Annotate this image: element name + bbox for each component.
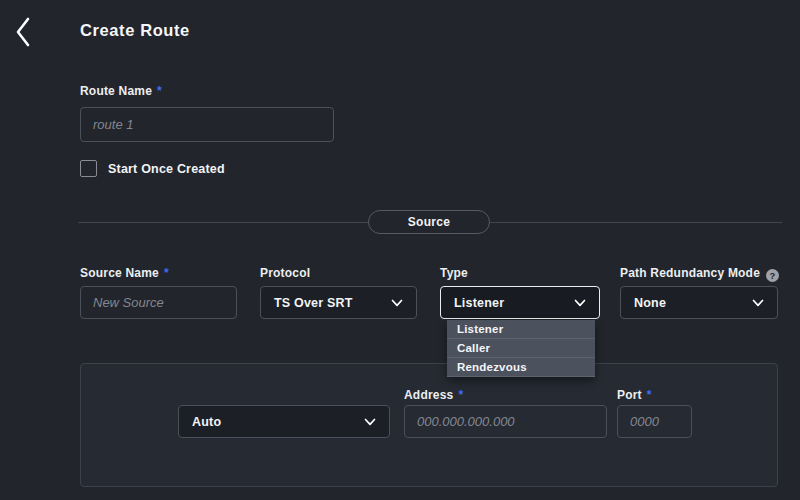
back-button[interactable] xyxy=(8,12,38,52)
port-label: Port* xyxy=(617,388,652,402)
protocol-select-value: TS Over SRT xyxy=(274,296,353,310)
address-input[interactable] xyxy=(404,405,607,438)
required-asterisk: * xyxy=(647,388,652,402)
chevron-left-icon xyxy=(13,16,33,48)
start-once-created-label: Start Once Created xyxy=(108,162,225,176)
chevron-down-icon xyxy=(752,299,764,307)
source-name-input[interactable] xyxy=(80,286,237,319)
network-interface-select-value: Auto xyxy=(192,415,221,429)
type-select-dropdown-menu: Listener Caller Rendezvous xyxy=(447,320,595,377)
port-input[interactable] xyxy=(617,405,692,438)
chevron-down-icon xyxy=(574,299,586,307)
protocol-select[interactable]: TS Over SRT xyxy=(260,286,417,319)
source-section-badge: Source xyxy=(368,210,490,234)
type-option-rendezvous[interactable]: Rendezvous xyxy=(447,358,595,377)
question-circle-icon[interactable]: ? xyxy=(766,269,779,282)
required-asterisk: * xyxy=(157,84,162,98)
route-name-label: Route Name* xyxy=(80,84,162,98)
type-label: Type xyxy=(440,266,468,280)
type-select[interactable]: Listener xyxy=(440,286,600,319)
path-redundancy-mode-select[interactable]: None xyxy=(620,286,778,319)
path-redundancy-mode-label: Path Redundancy Mode? xyxy=(620,266,779,282)
start-once-created-checkbox-row[interactable]: Start Once Created xyxy=(80,160,225,177)
start-once-created-checkbox[interactable] xyxy=(80,160,97,177)
network-interface-select[interactable]: Auto xyxy=(178,405,390,438)
page-title: Create Route xyxy=(80,21,190,40)
source-name-label: Source Name* xyxy=(80,266,169,280)
address-label: Address* xyxy=(404,388,463,402)
type-select-value: Listener xyxy=(454,296,504,310)
route-name-input[interactable] xyxy=(80,107,334,142)
create-route-page: { "page": { "title": "Create Route" }, "… xyxy=(0,0,800,500)
chevron-down-icon xyxy=(391,299,403,307)
path-redundancy-mode-select-value: None xyxy=(634,296,666,310)
type-option-listener[interactable]: Listener xyxy=(447,320,595,339)
protocol-label: Protocol xyxy=(260,266,310,280)
required-asterisk: * xyxy=(164,266,169,280)
required-asterisk: * xyxy=(458,388,463,402)
chevron-down-icon xyxy=(364,418,376,426)
type-option-caller[interactable]: Caller xyxy=(447,339,595,358)
